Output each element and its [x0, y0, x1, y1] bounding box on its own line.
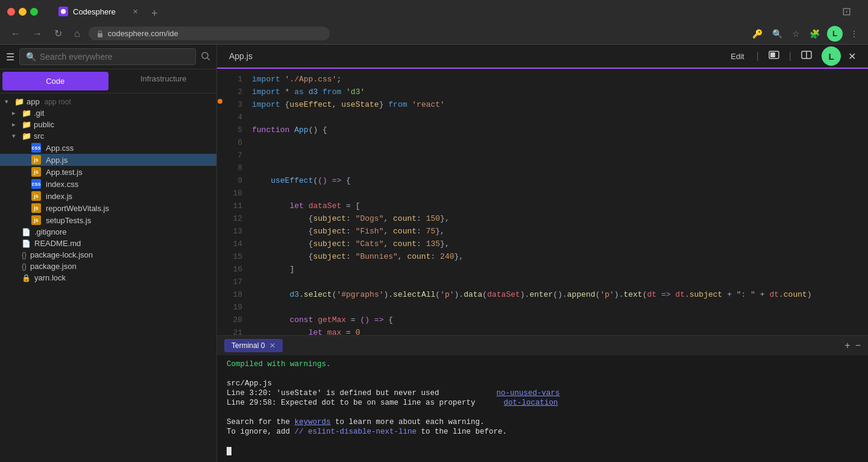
compiled-text: Compiled with warnings. [227, 360, 331, 369]
js-file-icon: js [31, 167, 41, 177]
fn-token: useEffect [271, 176, 313, 185]
tree-item-public[interactable]: ▸ 📁 public [0, 119, 216, 130]
extension-icon[interactable]: 🧩 [807, 28, 822, 40]
method-token: text [623, 290, 642, 299]
punct-token: { [252, 239, 313, 248]
zoom-icon[interactable]: 🔍 [770, 28, 785, 40]
tree-item-src[interactable]: ▾ 📁 src [0, 130, 216, 142]
tree-item-app[interactable]: ▾ 📁 app app root [0, 96, 216, 107]
keywords-link[interactable]: keywords [295, 418, 331, 426]
hamburger-menu-button[interactable]: ☰ [6, 51, 14, 63]
terminal-search: Search for the keywords to learn more ab… [227, 418, 858, 426]
str2-token: ": " [737, 290, 755, 299]
kw2-token: from [318, 87, 341, 97]
tree-item-indexcss[interactable]: css index.css [0, 178, 216, 190]
punct-token: ). [614, 290, 624, 299]
tab-close-button[interactable]: ✕ [133, 8, 138, 16]
tab-favicon [58, 7, 68, 16]
preview-icon-button[interactable] [766, 48, 782, 64]
tab-code[interactable]: Code [2, 72, 108, 90]
tab-infrastructure[interactable]: Infrastructure [111, 69, 217, 93]
terminal-content[interactable]: Compiled with warnings. src/App.js Line … [217, 355, 868, 462]
new-tab-button[interactable]: + [146, 7, 163, 20]
punct-token: ( [482, 290, 487, 299]
kw-token: const [289, 315, 313, 324]
tree-item-setuptests[interactable]: js setupTests.js [0, 214, 216, 226]
tree-item-apptestjs[interactable]: js App.test.js [0, 166, 216, 178]
prop-token: count [393, 227, 417, 236]
add-terminal-button[interactable]: + [844, 340, 850, 351]
code-line: 4 [217, 112, 868, 124]
home-button[interactable]: ⌂ [71, 27, 84, 40]
browser-nav: ← → ↻ ⌂ codesphere.com/ide 🔑 🔍 ☆ 🧩 L ⋮ [0, 23, 868, 45]
tree-label: index.css [46, 180, 78, 189]
punct-token: : [346, 214, 356, 223]
terminal-actions: + − [844, 340, 861, 351]
tree-item-git[interactable]: ▸ 📁 .git [0, 107, 216, 119]
minimize-terminal-button[interactable]: − [855, 340, 861, 351]
search-pre: Search for the [227, 418, 295, 426]
search-input[interactable] [40, 52, 189, 62]
editor-actions: Edit | | L ✕ [726, 46, 856, 66]
tree-item-packagejson[interactable]: {} package.json [0, 261, 216, 272]
terminal-tab[interactable]: Terminal 0 ✕ [224, 339, 283, 352]
tree-item-packagelock[interactable]: {} package-lock.json [0, 249, 216, 261]
cast-icon[interactable]: ⊡ [840, 4, 854, 19]
dot-location-link[interactable]: dot-location [504, 399, 558, 407]
tree-label: yarn.lock [34, 273, 66, 282]
file-icon: {} [22, 262, 27, 271]
punct-token: { [383, 315, 393, 324]
search-box[interactable]: 🔍 [19, 48, 196, 65]
method-token: selectAll [393, 290, 435, 299]
forward-button[interactable]: → [29, 27, 46, 40]
address-bar[interactable]: codesphere.com/ide [89, 27, 330, 40]
line-number: 2 [223, 86, 252, 99]
tree-item-gitignore[interactable]: 📄 .gitignore [0, 226, 216, 238]
sidebar-tabs: Code Infrastructure [0, 69, 216, 93]
edit-button[interactable]: Edit [726, 49, 749, 63]
punct-token: ). [454, 290, 464, 299]
kw2-token: as [294, 87, 304, 97]
terminal-tab-label: Terminal 0 [231, 341, 265, 350]
browser-tab-active[interactable]: Codesphere ✕ [50, 3, 146, 20]
var-token: dt [675, 290, 685, 299]
editor-user-avatar[interactable]: L [822, 46, 841, 66]
fullscreen-window-button[interactable] [30, 8, 38, 16]
tree-label: .git [34, 109, 44, 118]
code-editor[interactable]: 1import './App.css';2import * as d3 from… [217, 69, 868, 335]
line-content: function App() { [252, 124, 868, 137]
tree-item-readme[interactable]: 📄 README.md [0, 238, 216, 249]
no-unused-vars-link[interactable]: no-unused-vars [497, 389, 560, 397]
tree-item-indexjs[interactable]: js index.js [0, 190, 216, 202]
split-view-icon-button[interactable] [799, 48, 814, 64]
password-manager-icon[interactable]: 🔑 [750, 28, 765, 40]
traffic-lights [7, 8, 38, 16]
folder-icon: 📁 [22, 120, 31, 129]
code-line: 13 {subject: "Fish", count: 75}, [217, 226, 868, 238]
tree-item-appjs[interactable]: js App.js [0, 154, 216, 166]
back-button[interactable]: ← [7, 27, 24, 40]
close-window-button[interactable] [7, 8, 15, 16]
search-post: to learn more about each warning. [335, 418, 485, 426]
line-number: 11 [223, 200, 252, 213]
more-menu-button[interactable]: ⋮ [848, 28, 861, 40]
punct-token: = [ [341, 201, 360, 210]
punct-token: { [280, 100, 290, 109]
punct-token: } [379, 100, 389, 109]
editor-area: App.js Edit | | L ✕ 1import './App.css';… [217, 45, 868, 462]
tree-item-yarnlock[interactable]: 🔒 yarn.lock [0, 272, 216, 283]
tree-item-reportwebvitals[interactable]: js reportWebVitals.js [0, 202, 216, 214]
punct-token: . [779, 290, 784, 299]
reload-button[interactable]: ↻ [51, 27, 66, 40]
tree-item-appcss[interactable]: css App.css [0, 142, 216, 154]
editor-close-button[interactable]: ✕ [848, 51, 856, 62]
str2-token: 'p' [600, 290, 614, 299]
minimize-window-button[interactable] [19, 8, 27, 16]
punct-token [252, 290, 289, 299]
search-button[interactable] [201, 51, 210, 63]
terminal-tab-close[interactable]: ✕ [269, 341, 275, 350]
method-token: select [304, 290, 332, 299]
user-avatar[interactable]: L [827, 26, 843, 42]
bookmark-icon[interactable]: ☆ [790, 28, 802, 40]
line-content: {subject: "Bunnies", count: 240}, [252, 251, 868, 264]
